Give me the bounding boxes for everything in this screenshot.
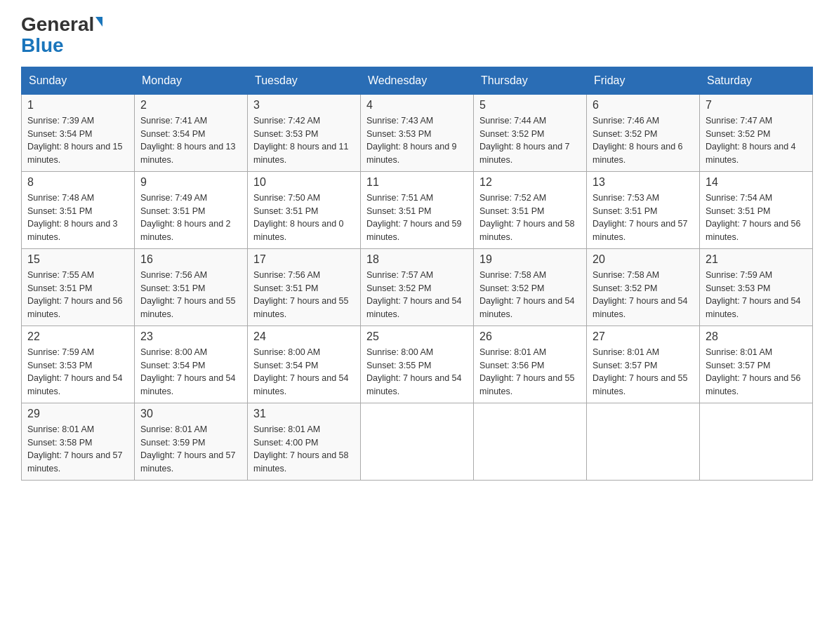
calendar-week-1: 1 Sunrise: 7:39 AM Sunset: 3:54 PM Dayli… bbox=[22, 94, 813, 171]
calendar-cell: 22 Sunrise: 7:59 AM Sunset: 3:53 PM Dayl… bbox=[22, 326, 135, 403]
logo-blue: Blue bbox=[21, 36, 64, 55]
day-info: Sunrise: 7:49 AM Sunset: 3:51 PM Dayligh… bbox=[140, 192, 241, 244]
day-info: Sunrise: 7:47 AM Sunset: 3:52 PM Dayligh… bbox=[706, 114, 807, 167]
calendar-cell: 16 Sunrise: 7:56 AM Sunset: 3:51 PM Dayl… bbox=[135, 248, 248, 326]
calendar-cell: 19 Sunrise: 7:58 AM Sunset: 3:52 PM Dayl… bbox=[474, 248, 587, 326]
calendar-cell: 5 Sunrise: 7:44 AM Sunset: 3:52 PM Dayli… bbox=[474, 94, 587, 171]
day-number: 8 bbox=[27, 176, 128, 189]
day-info: Sunrise: 8:01 AM Sunset: 3:59 PM Dayligh… bbox=[140, 423, 241, 476]
column-header-saturday: Saturday bbox=[700, 67, 813, 94]
day-info: Sunrise: 7:54 AM Sunset: 3:51 PM Dayligh… bbox=[706, 192, 807, 244]
day-number: 27 bbox=[593, 330, 694, 343]
logo: General Blue bbox=[21, 14, 102, 55]
day-number: 23 bbox=[140, 330, 241, 343]
day-number: 29 bbox=[27, 408, 128, 420]
calendar-cell: 23 Sunrise: 8:00 AM Sunset: 3:54 PM Dayl… bbox=[135, 326, 248, 403]
day-number: 11 bbox=[366, 176, 468, 189]
column-header-monday: Monday bbox=[135, 67, 248, 94]
day-number: 4 bbox=[366, 99, 468, 112]
calendar-cell: 9 Sunrise: 7:49 AM Sunset: 3:51 PM Dayli… bbox=[135, 171, 248, 248]
calendar-cell: 29 Sunrise: 8:01 AM Sunset: 3:58 PM Dayl… bbox=[22, 403, 135, 480]
day-info: Sunrise: 7:56 AM Sunset: 3:51 PM Dayligh… bbox=[140, 269, 241, 321]
day-number: 30 bbox=[140, 408, 241, 420]
calendar-body: 1 Sunrise: 7:39 AM Sunset: 3:54 PM Dayli… bbox=[22, 94, 813, 480]
calendar-cell: 28 Sunrise: 8:01 AM Sunset: 3:57 PM Dayl… bbox=[700, 326, 813, 403]
calendar-cell: 15 Sunrise: 7:55 AM Sunset: 3:51 PM Dayl… bbox=[22, 248, 135, 326]
calendar-cell: 18 Sunrise: 7:57 AM Sunset: 3:52 PM Dayl… bbox=[361, 248, 474, 326]
calendar-cell: 24 Sunrise: 8:00 AM Sunset: 3:54 PM Dayl… bbox=[248, 326, 361, 403]
calendar-cell: 1 Sunrise: 7:39 AM Sunset: 3:54 PM Dayli… bbox=[22, 94, 135, 171]
day-info: Sunrise: 7:53 AM Sunset: 3:51 PM Dayligh… bbox=[593, 192, 694, 244]
calendar-cell: 8 Sunrise: 7:48 AM Sunset: 3:51 PM Dayli… bbox=[22, 171, 135, 248]
column-header-wednesday: Wednesday bbox=[361, 67, 474, 94]
calendar-week-3: 15 Sunrise: 7:55 AM Sunset: 3:51 PM Dayl… bbox=[22, 248, 813, 326]
day-info: Sunrise: 7:44 AM Sunset: 3:52 PM Dayligh… bbox=[479, 114, 581, 167]
day-info: Sunrise: 7:58 AM Sunset: 3:52 PM Dayligh… bbox=[479, 269, 581, 321]
day-number: 10 bbox=[253, 176, 355, 189]
day-info: Sunrise: 7:41 AM Sunset: 3:54 PM Dayligh… bbox=[140, 114, 241, 167]
day-info: Sunrise: 7:59 AM Sunset: 3:53 PM Dayligh… bbox=[27, 346, 128, 398]
day-number: 12 bbox=[479, 176, 581, 189]
day-info: Sunrise: 8:00 AM Sunset: 3:54 PM Dayligh… bbox=[253, 346, 355, 398]
calendar-cell: 25 Sunrise: 8:00 AM Sunset: 3:55 PM Dayl… bbox=[361, 326, 474, 403]
calendar-cell: 30 Sunrise: 8:01 AM Sunset: 3:59 PM Dayl… bbox=[135, 403, 248, 480]
day-info: Sunrise: 7:48 AM Sunset: 3:51 PM Dayligh… bbox=[27, 192, 128, 244]
calendar-cell: 12 Sunrise: 7:52 AM Sunset: 3:51 PM Dayl… bbox=[474, 171, 587, 248]
column-header-sunday: Sunday bbox=[22, 67, 135, 94]
day-number: 24 bbox=[253, 330, 355, 343]
day-number: 7 bbox=[706, 99, 807, 112]
calendar-table: SundayMondayTuesdayWednesdayThursdayFrid… bbox=[21, 67, 813, 481]
day-info: Sunrise: 8:00 AM Sunset: 3:54 PM Dayligh… bbox=[140, 346, 241, 398]
calendar-header-row: SundayMondayTuesdayWednesdayThursdayFrid… bbox=[22, 67, 813, 94]
day-info: Sunrise: 8:01 AM Sunset: 3:57 PM Dayligh… bbox=[706, 346, 807, 398]
calendar-cell: 14 Sunrise: 7:54 AM Sunset: 3:51 PM Dayl… bbox=[700, 171, 813, 248]
day-number: 31 bbox=[253, 408, 355, 420]
calendar-week-5: 29 Sunrise: 8:01 AM Sunset: 3:58 PM Dayl… bbox=[22, 403, 813, 480]
day-info: Sunrise: 7:46 AM Sunset: 3:52 PM Dayligh… bbox=[593, 114, 694, 167]
day-info: Sunrise: 7:51 AM Sunset: 3:51 PM Dayligh… bbox=[366, 192, 468, 244]
day-info: Sunrise: 7:42 AM Sunset: 3:53 PM Dayligh… bbox=[253, 114, 355, 167]
day-info: Sunrise: 7:56 AM Sunset: 3:51 PM Dayligh… bbox=[253, 269, 355, 321]
day-info: Sunrise: 7:43 AM Sunset: 3:53 PM Dayligh… bbox=[366, 114, 468, 167]
column-header-friday: Friday bbox=[587, 67, 700, 94]
calendar-cell: 7 Sunrise: 7:47 AM Sunset: 3:52 PM Dayli… bbox=[700, 94, 813, 171]
day-number: 25 bbox=[366, 330, 468, 343]
day-number: 9 bbox=[140, 176, 241, 189]
column-header-tuesday: Tuesday bbox=[248, 67, 361, 94]
day-info: Sunrise: 8:00 AM Sunset: 3:55 PM Dayligh… bbox=[366, 346, 468, 398]
day-number: 14 bbox=[706, 176, 807, 189]
day-info: Sunrise: 7:59 AM Sunset: 3:53 PM Dayligh… bbox=[706, 269, 807, 321]
day-number: 13 bbox=[593, 176, 694, 189]
calendar-cell: 3 Sunrise: 7:42 AM Sunset: 3:53 PM Dayli… bbox=[248, 94, 361, 171]
logo-text: General bbox=[21, 14, 102, 36]
day-info: Sunrise: 7:50 AM Sunset: 3:51 PM Dayligh… bbox=[253, 192, 355, 244]
calendar-cell: 11 Sunrise: 7:51 AM Sunset: 3:51 PM Dayl… bbox=[361, 171, 474, 248]
calendar-cell bbox=[587, 403, 700, 480]
column-header-thursday: Thursday bbox=[474, 67, 587, 94]
day-number: 6 bbox=[593, 99, 694, 112]
calendar-cell: 13 Sunrise: 7:53 AM Sunset: 3:51 PM Dayl… bbox=[587, 171, 700, 248]
calendar-cell bbox=[700, 403, 813, 480]
calendar-cell: 2 Sunrise: 7:41 AM Sunset: 3:54 PM Dayli… bbox=[135, 94, 248, 171]
day-number: 16 bbox=[140, 253, 241, 266]
day-info: Sunrise: 7:39 AM Sunset: 3:54 PM Dayligh… bbox=[27, 114, 128, 167]
day-info: Sunrise: 7:52 AM Sunset: 3:51 PM Dayligh… bbox=[479, 192, 581, 244]
day-number: 19 bbox=[479, 253, 581, 266]
day-number: 3 bbox=[253, 99, 355, 112]
calendar-week-2: 8 Sunrise: 7:48 AM Sunset: 3:51 PM Dayli… bbox=[22, 171, 813, 248]
calendar-cell: 21 Sunrise: 7:59 AM Sunset: 3:53 PM Dayl… bbox=[700, 248, 813, 326]
calendar-week-4: 22 Sunrise: 7:59 AM Sunset: 3:53 PM Dayl… bbox=[22, 326, 813, 403]
calendar-cell: 20 Sunrise: 7:58 AM Sunset: 3:52 PM Dayl… bbox=[587, 248, 700, 326]
day-number: 21 bbox=[706, 253, 807, 266]
calendar-cell: 17 Sunrise: 7:56 AM Sunset: 3:51 PM Dayl… bbox=[248, 248, 361, 326]
day-info: Sunrise: 8:01 AM Sunset: 3:56 PM Dayligh… bbox=[479, 346, 581, 398]
day-number: 20 bbox=[593, 253, 694, 266]
day-number: 1 bbox=[27, 99, 128, 112]
day-number: 28 bbox=[706, 330, 807, 343]
calendar-cell bbox=[474, 403, 587, 480]
calendar-cell: 27 Sunrise: 8:01 AM Sunset: 3:57 PM Dayl… bbox=[587, 326, 700, 403]
page-header: General Blue bbox=[21, 14, 813, 55]
day-info: Sunrise: 8:01 AM Sunset: 4:00 PM Dayligh… bbox=[253, 423, 355, 476]
calendar-cell: 10 Sunrise: 7:50 AM Sunset: 3:51 PM Dayl… bbox=[248, 171, 361, 248]
day-info: Sunrise: 7:58 AM Sunset: 3:52 PM Dayligh… bbox=[593, 269, 694, 321]
